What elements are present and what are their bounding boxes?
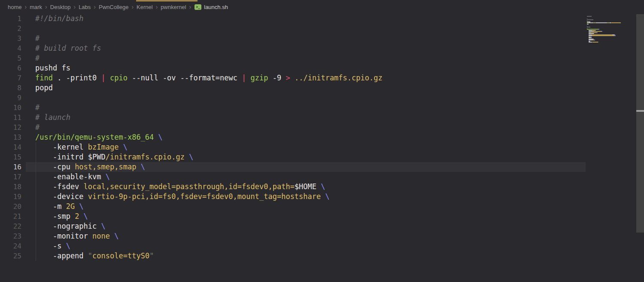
breadcrumb-item-mark[interactable]: mark bbox=[30, 4, 42, 10]
line-number[interactable]: 10 bbox=[0, 103, 21, 113]
minimap[interactable] bbox=[587, 16, 624, 43]
code-token: -monitor bbox=[35, 232, 92, 240]
code-token: # bbox=[35, 54, 39, 62]
line-number[interactable]: 17 bbox=[0, 172, 21, 182]
line-number[interactable]: 9 bbox=[0, 93, 21, 103]
code-line[interactable]: 15 -initrd $PWD/initramfs.cpio.gz \ bbox=[0, 152, 586, 162]
code-token: -9 bbox=[268, 74, 286, 82]
code-line[interactable]: 13/usr/bin/qemu-system-x86_64 \ bbox=[0, 132, 586, 142]
line-number[interactable]: 15 bbox=[0, 152, 21, 162]
line-number[interactable]: 8 bbox=[0, 83, 21, 93]
code-token: /initramfs.cpio.gz bbox=[106, 153, 185, 161]
breadcrumb-item-kernel[interactable]: Kernel bbox=[137, 4, 153, 10]
code-line[interactable]: 4# build root fs bbox=[0, 43, 586, 53]
line-number[interactable]: 22 bbox=[0, 221, 21, 231]
code-line-text: find . -print0 | cpio --null -ov --forma… bbox=[35, 73, 383, 83]
code-token: \ bbox=[79, 212, 88, 221]
code-line-text: -append "console=ttyS0" bbox=[35, 251, 154, 261]
code-line[interactable]: 17 -enable-kvm \ bbox=[0, 172, 586, 182]
code-line[interactable]: 25 -append "console=ttyS0" bbox=[0, 251, 586, 261]
code-line[interactable]: 14 -kernel bzImage \ bbox=[0, 142, 586, 152]
code-line[interactable]: 1#!/bin/bash bbox=[0, 14, 586, 24]
code-token: 2G bbox=[66, 202, 75, 211]
code-token: popd bbox=[35, 83, 53, 92]
code-token: $HOME bbox=[295, 182, 316, 191]
code-line-text: # build root fs bbox=[35, 43, 101, 53]
code-token: \ bbox=[316, 182, 325, 191]
breadcrumb-item-pwncollege[interactable]: PwnCollege bbox=[99, 4, 128, 10]
code-line[interactable]: 18 -fsdev local,security_model=passthrou… bbox=[0, 182, 586, 192]
code-token: console=ttyS0 bbox=[92, 251, 149, 260]
code-line[interactable]: 11# launch bbox=[0, 113, 586, 123]
code-line-text: -m 2G \ bbox=[35, 202, 84, 212]
line-number[interactable]: 21 bbox=[0, 212, 21, 221]
line-number[interactable]: 4 bbox=[0, 43, 21, 53]
code-token: \ bbox=[66, 242, 70, 250]
code-line[interactable]: 19 -device virtio-9p-pci,id=fs0,fsdev=fs… bbox=[0, 192, 586, 202]
line-number[interactable]: 25 bbox=[0, 251, 21, 261]
line-number[interactable]: 6 bbox=[0, 63, 21, 73]
code-token: 2 bbox=[75, 212, 79, 221]
code-line[interactable]: 12# bbox=[0, 123, 586, 132]
line-number[interactable]: 24 bbox=[0, 241, 21, 251]
code-line[interactable]: 16 -cpu host,smep,smap \ bbox=[0, 162, 586, 172]
code-line[interactable]: 10# bbox=[0, 103, 586, 113]
line-number[interactable]: 3 bbox=[0, 34, 21, 43]
code-line-text: # bbox=[35, 103, 39, 113]
code-token: -kernel bbox=[35, 143, 88, 151]
code-token: -nographic bbox=[35, 222, 101, 230]
code-line[interactable]: 2 bbox=[0, 24, 586, 34]
code-line[interactable]: 6pushd fs bbox=[0, 63, 586, 73]
breadcrumb-item-pwnkernel[interactable]: pwnkernel bbox=[161, 4, 186, 10]
line-number[interactable]: 18 bbox=[0, 182, 21, 192]
code-line-text: -initrd $PWD/initramfs.cpio.gz \ bbox=[35, 152, 193, 162]
code-line-text: -fsdev local,security_model=passthrough,… bbox=[35, 182, 325, 192]
breadcrumb-item-desktop[interactable]: Desktop bbox=[50, 4, 71, 10]
code-token: # bbox=[35, 123, 39, 132]
code-token: bzImage bbox=[88, 143, 119, 151]
breadcrumb-item-home[interactable]: home bbox=[8, 4, 22, 10]
line-number[interactable]: 2 bbox=[0, 24, 21, 34]
code-line[interactable]: 22 -nographic \ bbox=[0, 221, 586, 231]
chevron-right-icon: › bbox=[131, 4, 134, 10]
code-line[interactable]: 20 -m 2G \ bbox=[0, 202, 586, 212]
code-token: /usr/bin/qemu-system-x86_64 bbox=[35, 133, 154, 141]
line-number[interactable]: 20 bbox=[0, 202, 21, 212]
line-number[interactable]: 1 bbox=[0, 14, 21, 24]
breadcrumb-item-labs[interactable]: Labs bbox=[79, 4, 91, 10]
scrollbar-thumb[interactable] bbox=[636, 14, 644, 233]
code-token: \ bbox=[321, 192, 329, 201]
line-number[interactable]: 23 bbox=[0, 231, 21, 241]
line-number[interactable]: 19 bbox=[0, 192, 21, 202]
code-line[interactable]: 8popd bbox=[0, 83, 586, 93]
code-token: # launch bbox=[35, 113, 70, 122]
code-line[interactable]: 24 -s \ bbox=[0, 241, 586, 251]
line-number[interactable]: 12 bbox=[0, 123, 21, 132]
code-line-text: -kernel bzImage \ bbox=[35, 142, 128, 152]
code-token: --null -ov --format=newc bbox=[128, 74, 242, 82]
code-line-text: -s \ bbox=[35, 241, 70, 251]
code-editor[interactable]: 1#!/bin/bash23#4# build root fs5#6pushd … bbox=[0, 14, 586, 261]
breadcrumb-item-file[interactable]: launch.sh bbox=[204, 4, 228, 10]
code-line[interactable]: 3# bbox=[0, 34, 586, 43]
line-number[interactable]: 7 bbox=[0, 73, 21, 83]
code-line[interactable]: 7find . -print0 | cpio --null -ov --form… bbox=[0, 73, 586, 83]
line-number[interactable]: 16 bbox=[0, 162, 21, 172]
code-line-text: -cpu host,smep,smap \ bbox=[35, 162, 145, 172]
code-line[interactable]: 5# bbox=[0, 53, 586, 63]
code-token: cpio bbox=[110, 74, 128, 82]
shell-file-icon: >_ bbox=[194, 4, 201, 10]
line-number[interactable]: 5 bbox=[0, 53, 21, 63]
code-line[interactable]: 23 -monitor none \ bbox=[0, 231, 586, 241]
code-line-text: -nographic \ bbox=[35, 221, 106, 231]
code-line[interactable]: 9 bbox=[0, 93, 586, 103]
code-token: \ bbox=[118, 143, 127, 151]
line-number[interactable]: 11 bbox=[0, 113, 21, 123]
code-line-text: /usr/bin/qemu-system-x86_64 \ bbox=[35, 132, 163, 142]
line-number[interactable]: 14 bbox=[0, 142, 21, 152]
line-number[interactable]: 13 bbox=[0, 132, 21, 142]
code-token: -smp bbox=[35, 212, 75, 221]
chevron-right-icon: › bbox=[25, 4, 27, 10]
code-line[interactable]: 21 -smp 2 \ bbox=[0, 212, 586, 221]
code-token: | bbox=[242, 74, 246, 82]
